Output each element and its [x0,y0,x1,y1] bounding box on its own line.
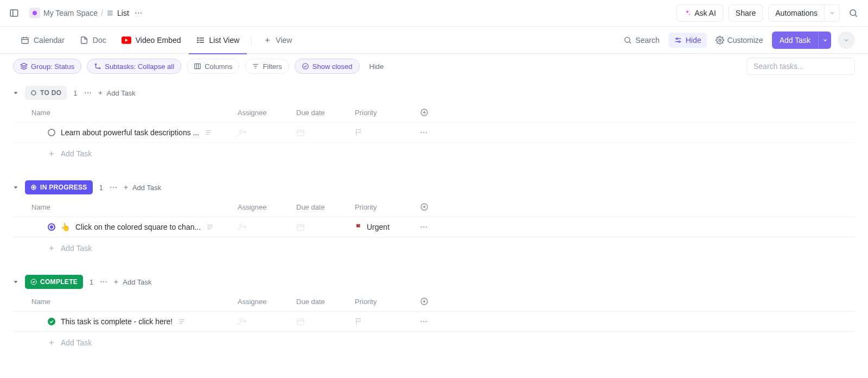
breadcrumb-space[interactable]: My Team Space [43,9,98,17]
status-badge-todo[interactable]: TO DO [25,86,67,100]
tab-doc[interactable]: Doc [72,27,114,54]
add-column-button[interactable] [420,108,442,117]
assignee-cell[interactable] [238,128,296,137]
col-name-header[interactable]: Name [31,298,238,306]
hide-filters-link[interactable]: Hide [369,62,384,71]
col-due-header[interactable]: Due date [296,298,355,306]
task-status-circle[interactable] [48,318,55,325]
group-inprogress: IN PROGRESS 1 ⋯ Add Task Name Assignee D… [13,178,855,259]
filters-pill[interactable]: Filters [245,59,289,74]
priority-cell[interactable]: Urgent [355,223,420,231]
col-name-header[interactable]: Name [31,109,238,117]
status-badge-inprogress[interactable]: IN PROGRESS [25,180,93,194]
task-row[interactable]: 👆 Click on the colored square to chan...… [13,217,855,237]
task-title[interactable]: This task is complete - click here! [61,317,173,326]
tab-list-view[interactable]: List View [189,27,247,54]
status-badge-label: IN PROGRESS [40,184,87,191]
col-priority-header[interactable]: Priority [355,298,420,306]
collapse-button[interactable] [13,185,18,190]
list-icon [106,9,114,17]
col-priority-header[interactable]: Priority [355,203,420,211]
group-more-button[interactable]: ⋯ [84,89,92,97]
status-badge-complete[interactable]: COMPLETE [25,275,83,289]
group-add-task-button[interactable]: Add Task [123,184,161,192]
col-assignee-header[interactable]: Assignee [238,109,296,117]
priority-cell[interactable] [355,317,420,326]
list-area: TO DO 1 ⋯ Add Task Name Assignee Due dat… [0,79,868,378]
svg-point-30 [95,64,97,65]
search-tasks-input[interactable] [746,58,855,75]
divider [251,35,252,46]
group-more-button[interactable]: ⋯ [110,183,117,192]
group-add-task-button[interactable]: Add Task [97,89,136,97]
task-more-button[interactable]: ⋯ [420,128,442,137]
task-more-button[interactable]: ⋯ [420,317,442,326]
breadcrumb-list[interactable]: List [117,9,129,17]
task-row[interactable]: Learn about powerful task descriptions .… [13,123,855,143]
description-icon[interactable] [206,223,214,231]
col-priority-header[interactable]: Priority [355,109,420,117]
group-count: 1 [73,89,77,97]
collapse-button[interactable] [13,90,18,96]
assignee-cell[interactable] [238,317,296,326]
add-task-inline[interactable]: Add Task [13,237,855,259]
svg-line-23 [629,42,631,43]
col-due-header[interactable]: Due date [296,203,355,211]
description-icon[interactable] [178,318,186,325]
caret-down-icon [13,90,18,96]
group-add-task-button[interactable]: Add Task [113,278,151,286]
col-due-header[interactable]: Due date [296,109,355,117]
calendar-icon [296,223,305,231]
share-button[interactable]: Share [729,4,763,22]
priority-cell[interactable] [355,128,420,137]
columns-pill[interactable]: Columns [187,59,239,74]
automations-dropdown-button[interactable] [825,4,840,22]
col-assignee-header[interactable]: Assignee [238,203,296,211]
status-badge-label: TO DO [40,89,61,97]
tab-calendar[interactable]: Calendar [13,27,72,54]
task-title[interactable]: Click on the colored square to chan... [75,223,201,231]
due-date-cell[interactable] [296,128,355,137]
col-name-header[interactable]: Name [31,203,238,211]
task-title[interactable]: Learn about powerful task descriptions .… [61,128,199,137]
search-tasks-button[interactable]: Search [618,33,665,48]
hide-button[interactable]: Hide [668,33,707,48]
sidebar-icon [9,8,19,18]
customize-button[interactable]: Customize [710,33,769,48]
add-task-button[interactable]: Add Task [772,32,818,49]
calendar-icon [21,36,29,45]
collapse-button[interactable] [13,279,18,285]
add-task-dropdown-button[interactable] [818,32,831,49]
task-more-button[interactable]: ⋯ [420,223,442,231]
add-view-button[interactable]: View [256,27,299,54]
automations-button[interactable]: Automations [768,4,825,22]
assignee-cell[interactable] [238,223,296,231]
add-task-inline[interactable]: Add Task [13,143,855,165]
task-status-circle[interactable] [48,129,55,136]
plus-circle-icon [420,108,429,117]
filter-icon [252,62,259,70]
group-pill[interactable]: Group: Status [13,59,81,74]
add-column-button[interactable] [420,297,442,306]
add-column-button[interactable] [420,203,442,211]
group-more-button[interactable]: ⋯ [100,278,107,286]
add-task-inline[interactable]: Add Task [13,332,855,354]
description-icon[interactable] [205,129,212,136]
global-search-button[interactable] [845,5,861,21]
check-circle-icon [302,62,309,70]
breadcrumb-more-button[interactable]: ⋯ [132,7,144,20]
assign-user-icon [238,223,246,231]
subtasks-pill[interactable]: Subtasks: Collapse all [87,59,181,74]
sidebar-toggle-button[interactable] [7,5,22,21]
task-status-circle[interactable] [48,223,55,231]
task-row[interactable]: This task is complete - click here! ⋯ [13,312,855,332]
ask-ai-button[interactable]: Ask AI [676,4,723,22]
view-more-menu-button[interactable] [838,32,855,49]
col-assignee-header[interactable]: Assignee [238,298,296,306]
show-closed-pill[interactable]: Show closed [295,59,360,74]
svg-point-58 [33,187,35,188]
svg-point-31 [99,67,100,68]
due-date-cell[interactable] [296,223,355,231]
due-date-cell[interactable] [296,317,355,326]
tab-video-embed[interactable]: Video Embed [114,27,189,54]
